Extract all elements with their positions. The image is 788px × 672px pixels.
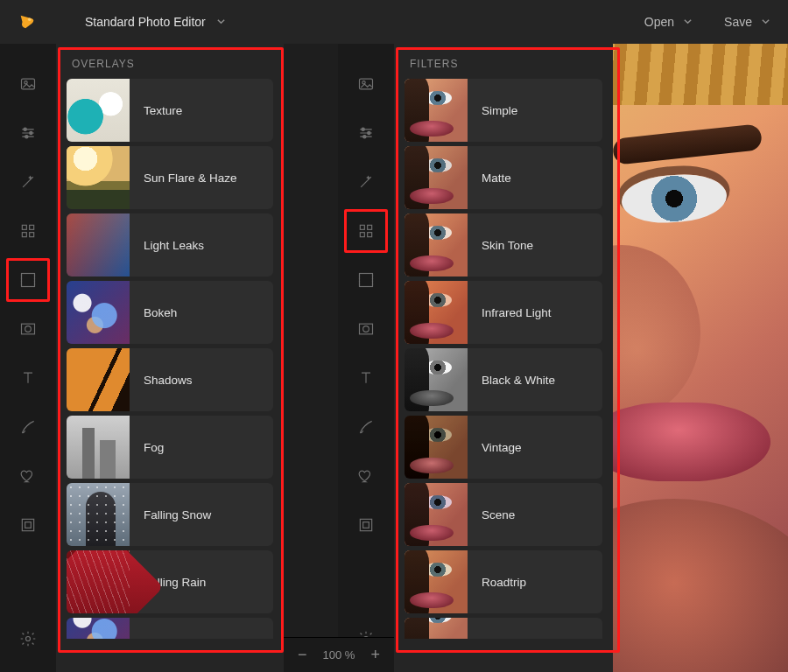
filter-tile[interactable]: Infrared Light [405,281,602,344]
highlight-rail-selection [344,209,388,253]
overlay-tile[interactable]: Texture [67,79,273,142]
image-icon[interactable] [12,68,44,100]
filter-tile-label: Infrared Light [468,306,602,319]
brush-icon[interactable] [350,411,382,443]
svg-rect-6 [22,225,26,229]
heart-icon[interactable] [350,460,382,492]
svg-point-0 [28,18,32,21]
filter-tile[interactable]: Roadtrip [405,550,602,613]
zoom-percent: 100 % [323,648,355,662]
svg-point-13 [25,326,32,332]
svg-rect-14 [22,519,33,530]
overlay-tile-label: Light Leaks [130,239,273,252]
highlight-rail-selection [6,258,50,302]
svg-rect-27 [360,274,373,287]
right-tool-rail [338,44,394,672]
svg-rect-26 [360,274,373,287]
filter-tile-label: Scene [468,508,602,522]
svg-rect-8 [22,233,26,237]
heart-icon[interactable] [12,460,44,492]
chevron-down-icon [216,15,226,29]
sliders-icon[interactable] [350,117,382,149]
brush-icon[interactable] [12,411,44,443]
overlay-tile[interactable]: Light Leaks [67,214,273,276]
svg-point-18 [362,81,365,84]
overlay-tile[interactable]: Shadows [67,348,273,411]
svg-rect-7 [30,225,34,229]
filters-panel-title: FILTERS [394,44,613,79]
svg-rect-28 [360,324,373,334]
text-icon[interactable] [12,362,44,394]
overlay-tile[interactable]: Sun Flare & Haze [67,146,273,209]
overlay-tile[interactable] [67,618,273,639]
filter-tile-label: Vintage [468,441,602,454]
filter-tile-label: Black & White [468,374,602,387]
filter-tile-label: Roadtrip [468,576,602,589]
svg-point-2 [25,81,27,84]
settings-icon[interactable] [12,623,44,654]
svg-point-3 [24,128,26,130]
svg-rect-12 [22,324,35,334]
filter-tile-label: Matte [468,172,602,185]
filter-tile[interactable]: Simple [405,79,602,142]
wand-icon[interactable] [12,166,44,198]
overlay-tile-label: Texture [130,104,273,117]
frames-icon[interactable] [12,509,44,541]
main: OVERLAYS TextureSun Flare & HazeLight Le… [0,44,788,672]
svg-rect-9 [30,233,34,237]
chevron-down-icon [761,17,770,28]
vignette-icon[interactable] [350,313,382,345]
text-icon[interactable] [350,362,382,394]
overlay-tile[interactable]: Bokeh [67,281,273,344]
svg-rect-15 [25,522,32,528]
filter-tile[interactable]: Matte [405,146,602,209]
filter-tile[interactable] [405,618,602,639]
svg-point-16 [26,637,31,641]
svg-point-20 [368,131,370,134]
filters-list: SimpleMatteSkin ToneInfrared LightBlack … [394,79,613,672]
sliders-icon[interactable] [12,117,44,149]
save-label: Save [724,15,752,29]
filter-tile[interactable]: Black & White [405,348,602,411]
filter-tile[interactable]: Scene [405,483,602,546]
zoom-in-button[interactable]: + [365,646,385,664]
overlay-tile[interactable]: Falling Rain [67,550,273,613]
save-button[interactable]: Save [724,15,770,29]
wand-icon[interactable] [350,166,382,198]
overlays-list: TextureSun Flare & HazeLight LeaksBokehS… [56,79,284,672]
image-icon[interactable] [350,68,382,100]
overlay-tile-label: Fog [130,441,273,454]
overlays-icon[interactable] [350,264,382,296]
svg-point-5 [25,136,28,138]
left-tool-rail [0,44,56,672]
app-logo [18,12,37,32]
filter-tile[interactable]: Skin Tone [405,214,602,276]
open-button[interactable]: Open [644,15,693,29]
filters-panel: FILTERS SimpleMatteSkin ToneInfrared Lig… [394,44,613,672]
overlay-tile-label: Falling Snow [130,508,273,522]
filter-tile[interactable]: Vintage [405,416,602,479]
overlay-tile-label: Shadows [130,374,273,387]
overlay-tile[interactable]: Falling Snow [67,483,273,546]
header: Standard Photo Editor Open Save [0,0,788,44]
overlays-panel-title: OVERLAYS [56,44,284,79]
svg-rect-31 [363,522,369,528]
svg-point-4 [30,131,32,134]
svg-point-21 [363,136,366,138]
filter-tile-label: Simple [468,104,602,117]
overlay-tile-label: Sun Flare & Haze [130,172,273,185]
photo-preview[interactable] [613,44,788,672]
svg-point-29 [363,326,369,332]
grid-icon[interactable] [12,215,44,247]
svg-rect-30 [360,519,371,530]
chevron-down-icon [683,17,693,28]
frames-icon[interactable] [350,509,382,541]
zoom-control: − 100 % + [284,637,394,672]
open-label: Open [644,15,674,29]
overlay-tile[interactable]: Fog [67,416,273,479]
svg-point-19 [362,128,364,130]
vignette-icon[interactable] [12,313,44,345]
zoom-out-button[interactable]: − [292,646,313,664]
overlays-panel: OVERLAYS TextureSun Flare & HazeLight Le… [56,44,284,672]
editor-mode-dropdown[interactable]: Standard Photo Editor [85,15,226,29]
